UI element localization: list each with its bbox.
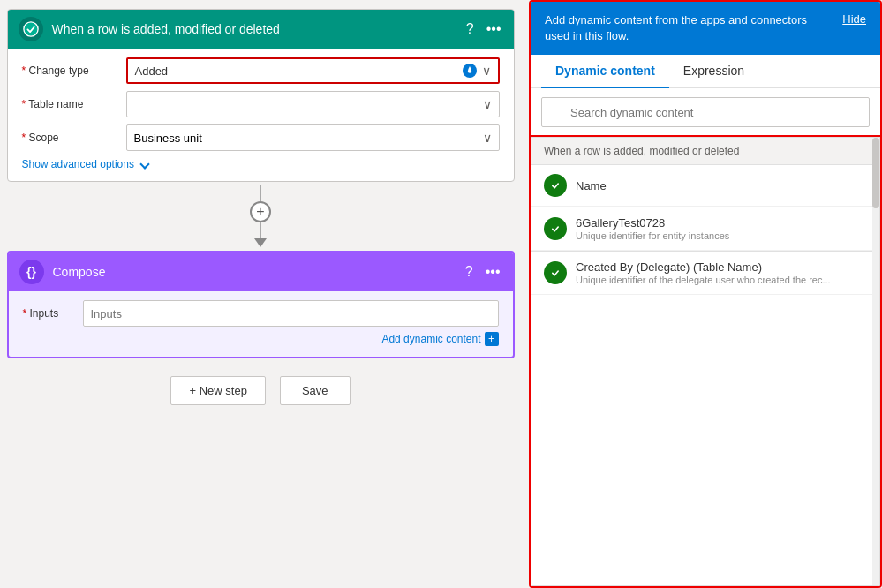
svg-point-3 xyxy=(549,267,562,279)
svg-point-0 xyxy=(23,22,37,36)
item-name-created: Created By (Delegate) (Table Name) xyxy=(576,260,867,274)
add-dynamic-button[interactable]: Add dynamic content + xyxy=(381,332,498,346)
section-header: When a row is added, modified or deleted xyxy=(531,138,879,165)
trigger-help-button[interactable]: ? xyxy=(464,19,476,39)
search-wrapper: 🔍 xyxy=(541,97,870,127)
help-icon: ? xyxy=(466,21,474,37)
item-text-created: Created By (Delegate) (Table Name) Uniqu… xyxy=(576,260,867,285)
inputs-row: * Inputs xyxy=(23,300,499,327)
trigger-card: When a row is added, modified or deleted… xyxy=(7,9,515,182)
list-item[interactable]: Name xyxy=(531,165,879,207)
item-text-name: Name xyxy=(576,179,867,192)
change-type-value: Added xyxy=(135,64,463,78)
trigger-body: * Change type Added ∨ * Table name xyxy=(8,49,514,181)
change-type-chevron: ∨ xyxy=(482,64,491,78)
connector-line-bottom xyxy=(260,222,261,238)
item-name-label: Name xyxy=(576,179,867,192)
list-item[interactable]: Created By (Delegate) (Table Name) Uniqu… xyxy=(531,252,879,295)
dynamic-tabs: Dynamic content Expression xyxy=(531,55,880,88)
arrow-down-icon xyxy=(254,238,267,247)
compose-card: {} Compose ? ••• * Inputs Add xyxy=(7,251,515,358)
item-icon-gallery xyxy=(544,217,567,240)
item-text-gallery: 6GalleryTest0728 Unique identifier for e… xyxy=(576,216,867,241)
trigger-header: When a row is added, modified or deleted… xyxy=(8,10,514,49)
compose-body: * Inputs Add dynamic content + xyxy=(9,291,513,357)
scrollbar-thumb[interactable] xyxy=(872,138,879,208)
action-buttons: + New step Save xyxy=(170,376,350,405)
svg-point-2 xyxy=(549,222,562,235)
search-input[interactable] xyxy=(541,97,870,127)
item-icon-name xyxy=(544,174,567,197)
compose-more-icon: ••• xyxy=(486,264,501,280)
inputs-field[interactable] xyxy=(83,300,499,327)
show-advanced-chevron xyxy=(139,159,149,169)
table-name-field[interactable]: ∨ xyxy=(126,91,500,117)
compose-header: {} Compose ? ••• xyxy=(9,253,513,291)
svg-point-1 xyxy=(549,179,562,192)
trigger-more-button[interactable]: ••• xyxy=(485,19,503,39)
dynamic-panel-description: Add dynamic content from the apps and co… xyxy=(545,12,828,44)
scrollbar-track[interactable] xyxy=(872,138,879,585)
tab-expression[interactable]: Expression xyxy=(669,55,758,88)
compose-header-icons: ? ••• xyxy=(464,262,502,282)
item-icon-created xyxy=(544,261,567,284)
canvas: When a row is added, modified or deleted… xyxy=(0,0,521,588)
add-dynamic-row: Add dynamic content + xyxy=(23,332,499,346)
compose-title: Compose xyxy=(53,265,455,279)
change-type-field[interactable]: Added ∨ xyxy=(126,57,500,84)
inputs-label: * Inputs xyxy=(23,307,76,320)
compose-icon: {} xyxy=(19,260,44,284)
drop-icon xyxy=(463,64,477,78)
scope-row: * Scope Business unit ∨ xyxy=(22,124,500,151)
more-icon: ••• xyxy=(486,21,501,37)
add-dynamic-label: Add dynamic content xyxy=(381,333,480,345)
show-advanced-button[interactable]: Show advanced options xyxy=(22,158,500,170)
add-dynamic-icon: + xyxy=(485,332,499,346)
compose-brace-icon: {} xyxy=(26,265,36,279)
trigger-title: When a row is added, modified or deleted xyxy=(52,22,456,36)
scope-label: * Scope xyxy=(22,132,119,144)
new-step-button[interactable]: + New step xyxy=(170,376,265,405)
show-advanced-label: Show advanced options xyxy=(22,158,134,170)
hide-button[interactable]: Hide xyxy=(842,12,866,26)
tab-dynamic-content[interactable]: Dynamic content xyxy=(541,55,669,88)
scope-field[interactable]: Business unit ∨ xyxy=(126,124,500,151)
save-button[interactable]: Save xyxy=(280,376,351,405)
table-name-chevron: ∨ xyxy=(483,97,492,111)
scope-value: Business unit xyxy=(134,132,202,145)
connector: + xyxy=(250,182,271,251)
table-name-label: * Table name xyxy=(22,98,119,110)
item-name-gallery: 6GalleryTest0728 xyxy=(576,216,867,230)
compose-more-button[interactable]: ••• xyxy=(484,262,502,282)
dynamic-panel: Add dynamic content from the apps and co… xyxy=(529,0,882,588)
item-desc-created: Unique identifier of the delegate user w… xyxy=(576,275,867,285)
compose-help-icon: ? xyxy=(465,264,473,280)
table-name-row: * Table name ∨ xyxy=(22,91,500,117)
dynamic-panel-header: Add dynamic content from the apps and co… xyxy=(531,2,880,55)
trigger-icon xyxy=(19,17,43,41)
search-row: 🔍 xyxy=(531,88,880,137)
dynamic-content-list: When a row is added, modified or deleted… xyxy=(531,137,880,586)
change-type-label: * Change type xyxy=(22,64,119,77)
trigger-header-icons: ? ••• xyxy=(464,19,503,39)
item-desc-gallery: Unique identifier for entity instances xyxy=(576,230,867,241)
compose-help-button[interactable]: ? xyxy=(464,262,475,282)
list-item[interactable]: 6GalleryTest0728 Unique identifier for e… xyxy=(531,207,879,251)
scope-chevron: ∨ xyxy=(483,131,492,145)
connector-line-top xyxy=(260,185,261,201)
add-step-button[interactable]: + xyxy=(250,201,271,222)
change-type-row: * Change type Added ∨ xyxy=(22,57,500,84)
